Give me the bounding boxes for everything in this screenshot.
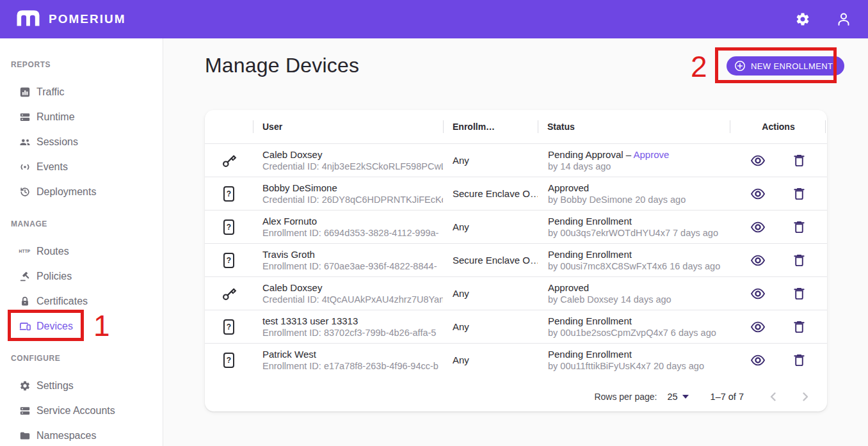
enrollment-id: Enrollment ID: 670ae3ae-936f-4822-8844- (262, 261, 443, 271)
delete-device-button[interactable] (791, 219, 807, 235)
sidebar-item-label: Events (36, 161, 68, 173)
user-name: Alex Fornuto (262, 216, 443, 227)
enrollment-type: Any (443, 155, 538, 166)
view-device-button[interactable] (750, 219, 766, 235)
unknown-device-icon: ? (205, 253, 253, 268)
view-device-button[interactable] (750, 253, 766, 268)
enrollment-id: Enrollment ID: e17a78f8-263b-4f96-94cc-b (262, 361, 443, 371)
lock-icon (19, 295, 31, 307)
app-header: POMERIUM (0, 0, 868, 38)
sidebar-item-sessions[interactable]: Sessions (0, 129, 162, 154)
sidebar-item-certificates[interactable]: Certificates (0, 289, 162, 314)
enrollment-type: Any (443, 354, 538, 365)
unknown-device-icon: ? (205, 186, 253, 202)
settings-gear-icon[interactable] (795, 12, 810, 27)
column-enrollment: Enrollm… (443, 110, 538, 143)
view-device-button[interactable] (750, 153, 766, 168)
new-enrollment-button[interactable]: NEW ENROLLMENT (727, 56, 844, 76)
view-device-button[interactable] (750, 319, 766, 335)
key-icon (205, 152, 253, 169)
view-device-button[interactable] (750, 353, 766, 368)
runtime-icon (19, 111, 31, 123)
delete-device-button[interactable] (791, 286, 807, 301)
sidebar-item-events[interactable]: Events (0, 154, 162, 179)
folder-icon (19, 429, 31, 442)
delete-device-button[interactable] (791, 153, 807, 168)
sidebar-item-label: Service Accounts (36, 405, 115, 417)
events-icon (19, 161, 31, 173)
delete-device-button[interactable] (791, 319, 807, 335)
sidebar-item-settings[interactable]: Settings (0, 373, 162, 398)
sidebar-section-reports: REPORTS Traffic Runtime Sessions (0, 57, 162, 204)
enrollment-id: Enrollment ID: 6694d353-3828-4112-999a- (262, 228, 443, 238)
status-text: Pending Enrollment (548, 349, 730, 360)
sidebar-section-configure: CONFIGURE Settings Service Accounts Name… (0, 351, 162, 446)
page-range: 1–7 of 7 (711, 392, 744, 402)
user-name: Caleb Doxsey (262, 149, 443, 160)
status-text: Pending Approval – (548, 149, 633, 160)
sidebar-item-label: Devices (36, 321, 73, 332)
rows-per-page-select[interactable]: 25 (667, 392, 688, 402)
pomerium-aqueduct-icon (15, 9, 41, 29)
sidebar: REPORTS Traffic Runtime Sessions (0, 38, 163, 446)
user-name: test 13313 user 13313 (262, 315, 443, 326)
sidebar-item-traffic[interactable]: Traffic (0, 79, 162, 104)
credential-id: Credential ID: 4tQcAUAkPxAU4zhrz7U8YanU (262, 294, 443, 305)
pomerium-logo: POMERIUM (15, 9, 126, 29)
delete-device-button[interactable] (791, 186, 807, 202)
status-text: Pending Enrollment (548, 216, 730, 227)
new-enrollment-label: NEW ENROLLMENT (751, 61, 833, 71)
sidebar-item-routes[interactable]: HTTP Routes (0, 239, 162, 264)
column-status: Status (538, 110, 730, 143)
enrollment-id: Enrollment ID: 83702cf3-799b-4b26-affa-5 (262, 328, 443, 338)
table-row: ? Bobby DeSimone Credential ID: 26DY8qC6… (205, 177, 827, 210)
column-actions: Actions (730, 110, 827, 143)
table-pagination: Rows per page: 25 1–7 of 7 (205, 381, 827, 411)
table-row: Caleb Doxsey Credential ID: 4njb3eE2kSCk… (205, 143, 827, 177)
status-sub: by 14 days ago (548, 161, 730, 171)
sessions-icon (19, 136, 31, 148)
user-account-icon[interactable] (836, 12, 851, 27)
section-label-manage: MANAGE (0, 216, 162, 232)
enrollment-type: Any (443, 221, 538, 232)
table-header: User Enrollm… Status Actions (205, 110, 827, 143)
status-text: Approved (548, 182, 730, 193)
rows-per-page-value: 25 (667, 392, 677, 402)
gavel-icon (19, 270, 31, 282)
sidebar-item-devices[interactable]: Devices (0, 314, 162, 338)
enrollment-type: Secure Enclave O… (443, 255, 538, 266)
sidebar-item-label: Namespaces (36, 430, 96, 442)
delete-device-button[interactable] (791, 253, 807, 268)
sidebar-item-namespaces[interactable]: Namespaces (0, 423, 162, 446)
user-name: Bobby DeSimone (262, 182, 443, 193)
status-sub: by Bobby DeSimone 20 days ago (548, 195, 730, 205)
sidebar-item-service-accounts[interactable]: Service Accounts (0, 398, 162, 423)
view-device-button[interactable] (750, 286, 766, 301)
delete-device-button[interactable] (791, 353, 807, 368)
previous-page-button[interactable] (766, 389, 781, 404)
status-sub: by 00u3qs7ekrWOTdHYU4x7 7 days ago (548, 228, 730, 238)
key-icon (205, 285, 253, 302)
sidebar-item-label: Routes (36, 246, 69, 257)
brand-name: POMERIUM (49, 12, 126, 26)
status-text: Pending Enrollment (548, 315, 730, 326)
sidebar-item-label: Traffic (36, 86, 65, 98)
table-row: ? Alex Fornuto Enrollment ID: 6694d353-3… (205, 210, 827, 243)
section-label-configure: CONFIGURE (0, 351, 162, 366)
page-title: Manage Devices (205, 54, 359, 77)
sidebar-item-label: Settings (36, 380, 74, 392)
next-page-button[interactable] (798, 389, 813, 404)
service-accounts-icon (19, 404, 31, 417)
sidebar-item-label: Certificates (36, 296, 88, 307)
approve-link[interactable]: Approve (633, 149, 669, 160)
user-name: Caleb Doxsey (262, 282, 443, 293)
sidebar-item-deployments[interactable]: Deployments (0, 179, 162, 204)
status-sub: by Caleb Doxsey 14 days ago (548, 294, 730, 305)
sidebar-item-policies[interactable]: Policies (0, 264, 162, 289)
sidebar-item-runtime[interactable]: Runtime (0, 104, 162, 129)
sidebar-item-label: Policies (36, 271, 72, 282)
annotation-number-2: 2 (691, 52, 707, 81)
deployments-history-icon (19, 186, 31, 198)
section-label-reports: REPORTS (0, 57, 162, 72)
view-device-button[interactable] (750, 186, 766, 202)
